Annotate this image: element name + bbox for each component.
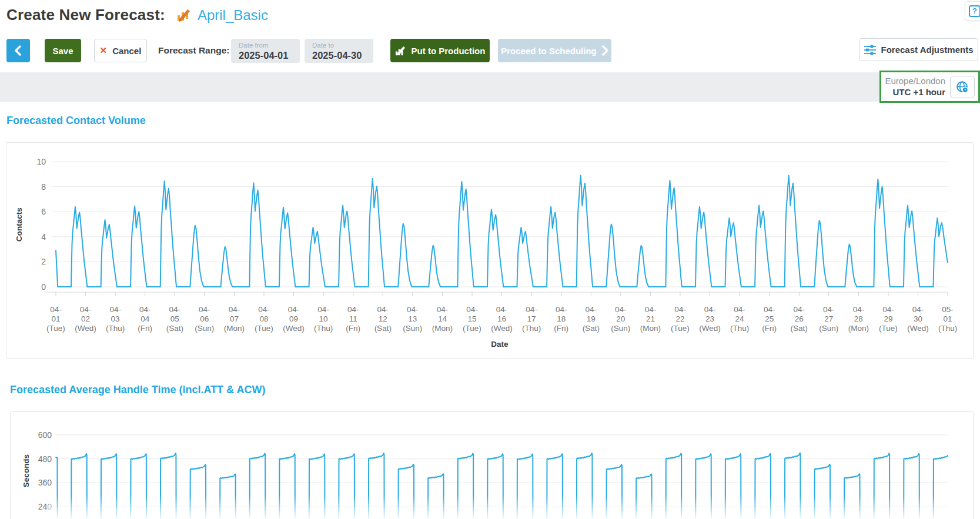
svg-text:Seconds: Seconds — [22, 454, 31, 487]
svg-text:04-02(Wed): 04-02(Wed) — [75, 305, 96, 333]
svg-text:10: 10 — [36, 157, 46, 166]
svg-text:04-11(Fri): 04-11(Fri) — [346, 305, 360, 333]
svg-text:04-17(Thu): 04-17(Thu) — [522, 305, 541, 333]
svg-text:04-04(Fri): 04-04(Fri) — [138, 305, 152, 333]
svg-text:04-20(Sun): 04-20(Sun) — [611, 305, 630, 333]
svg-text:04-26(Sat): 04-26(Sat) — [791, 305, 808, 333]
svg-text:04-24(Thu): 04-24(Thu) — [730, 305, 749, 333]
svg-text:2: 2 — [41, 257, 46, 266]
svg-text:04-19(Sat): 04-19(Sat) — [583, 305, 600, 333]
svg-text:04-10(Thu): 04-10(Thu) — [314, 305, 333, 333]
svg-text:04-23(Wed): 04-23(Wed) — [699, 305, 721, 333]
svg-text:04-29(Tue): 04-29(Tue) — [879, 305, 898, 333]
svg-text:360: 360 — [38, 478, 52, 487]
svg-text:04-27(Sun): 04-27(Sun) — [819, 305, 838, 333]
svg-text:04-07(Mon): 04-07(Mon) — [224, 305, 245, 333]
svg-text:04-28(Mon): 04-28(Mon) — [848, 305, 869, 333]
svg-text:04-30(Wed): 04-30(Wed) — [907, 305, 929, 333]
svg-text:480: 480 — [38, 454, 52, 464]
svg-text:04-21(Mon): 04-21(Mon) — [640, 305, 661, 333]
svg-text:Contacts: Contacts — [15, 207, 24, 242]
svg-text:04-05(Sat): 04-05(Sat) — [166, 305, 183, 333]
svg-text:04-14(Mon): 04-14(Mon) — [432, 305, 453, 333]
svg-text:04-12(Sat): 04-12(Sat) — [374, 305, 392, 333]
svg-text:4: 4 — [41, 232, 46, 242]
svg-text:04-08(Tue): 04-08(Tue) — [255, 305, 273, 333]
svg-text:04-01(Tue): 04-01(Tue) — [46, 305, 65, 333]
svg-text:600: 600 — [38, 430, 52, 440]
svg-text:05-01(Thu): 05-01(Thu) — [938, 305, 957, 333]
svg-text:04-03(Thu): 04-03(Thu) — [106, 305, 125, 333]
svg-text:0: 0 — [41, 282, 46, 292]
svg-text:04-15(Tue): 04-15(Tue) — [463, 305, 481, 333]
forecast-charts: 108642004-01(Tue)04-02(Wed)04-03(Thu)04-… — [0, 0, 980, 519]
svg-text:04-13(Sun): 04-13(Sun) — [403, 305, 422, 333]
svg-text:04-06(Sun): 04-06(Sun) — [195, 305, 214, 333]
svg-text:8: 8 — [41, 182, 46, 192]
svg-text:240: 240 — [38, 502, 52, 511]
svg-text:Date: Date — [491, 340, 509, 349]
svg-text:04-18(Fri): 04-18(Fri) — [554, 305, 568, 333]
svg-text:04-25(Fri): 04-25(Fri) — [762, 305, 777, 333]
svg-text:04-22(Tue): 04-22(Tue) — [671, 305, 690, 333]
svg-text:04-16(Wed): 04-16(Wed) — [491, 305, 513, 333]
svg-text:04-09(Wed): 04-09(Wed) — [283, 305, 305, 333]
svg-text:6: 6 — [41, 207, 46, 216]
